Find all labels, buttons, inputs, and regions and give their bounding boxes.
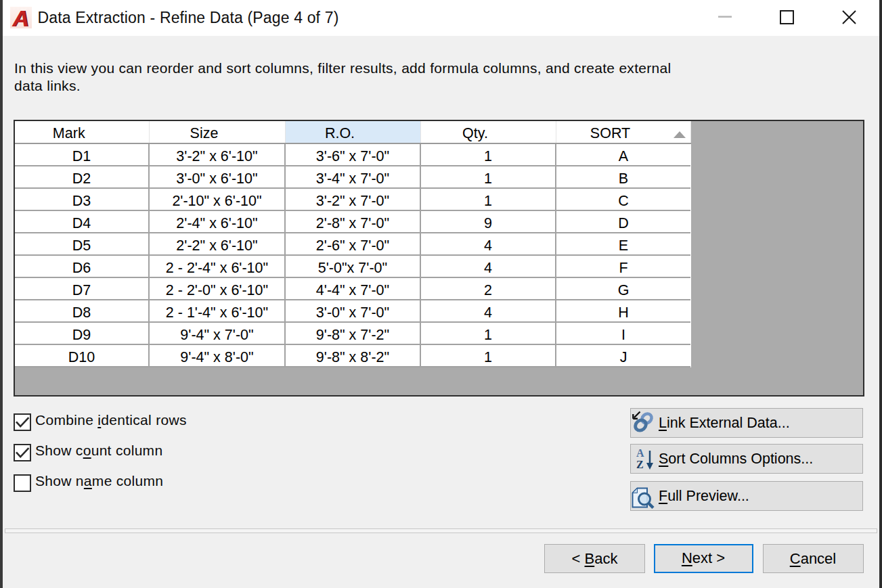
svg-text:A: A	[636, 447, 644, 459]
svg-text:Z: Z	[636, 459, 644, 470]
svg-text:A: A	[12, 7, 29, 28]
